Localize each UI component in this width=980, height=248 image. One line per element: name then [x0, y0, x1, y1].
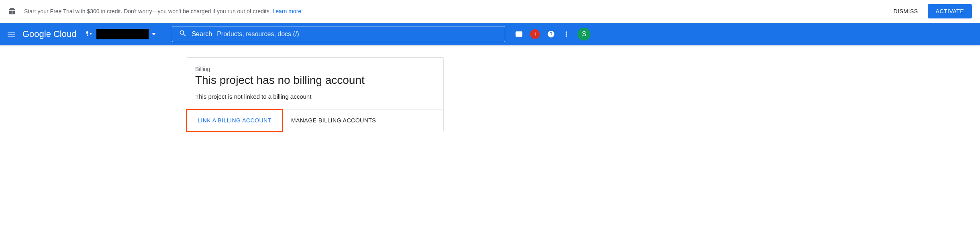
learn-more-link[interactable]: Learn more [273, 8, 302, 15]
more-icon[interactable] [562, 30, 570, 38]
notification-badge[interactable]: 1 [530, 29, 540, 39]
manage-billing-accounts-button[interactable]: MANAGE BILLING ACCOUNTS [283, 110, 384, 131]
logo-google: Google [22, 29, 51, 39]
card-title: This project has no billing account [195, 74, 435, 87]
search-placeholder: Products, resources, docs (/) [217, 30, 299, 38]
card-body: Billing This project has no billing acco… [187, 58, 443, 110]
project-icon [86, 30, 93, 38]
chevron-down-icon [152, 30, 156, 38]
gift-icon [8, 7, 16, 15]
card-description: This project is not linked to a billing … [195, 93, 435, 100]
search-label: Search [192, 30, 212, 38]
project-selector[interactable] [86, 29, 156, 39]
header-actions: 1 S [515, 28, 590, 41]
main-content: Billing This project has no billing acco… [0, 45, 980, 143]
card-actions: LINK A BILLING ACCOUNT MANAGE BILLING AC… [187, 110, 443, 131]
search-icon [179, 29, 187, 39]
dismiss-button[interactable]: DISMISS [887, 5, 925, 18]
promo-text: Start your Free Trial with $300 in credi… [24, 8, 887, 14]
search-bar[interactable]: Search Products, resources, docs (/) [172, 26, 505, 42]
google-cloud-logo[interactable]: Google Cloud [22, 29, 76, 39]
promo-message: Start your Free Trial with $300 in credi… [24, 8, 273, 14]
card-subtitle: Billing [195, 66, 435, 72]
promo-banner: Start your Free Trial with $300 in credi… [0, 0, 980, 23]
project-name-redacted [96, 29, 149, 39]
logo-cloud: Cloud [53, 29, 76, 39]
billing-card: Billing This project has no billing acco… [187, 57, 444, 131]
activate-button[interactable]: ACTIVATE [928, 4, 972, 18]
link-billing-account-button[interactable]: LINK A BILLING ACCOUNT [186, 109, 283, 132]
menu-icon[interactable] [6, 29, 16, 39]
avatar[interactable]: S [578, 28, 590, 41]
header-bar: Google Cloud Search Products, resources,… [0, 23, 980, 45]
cloud-shell-icon[interactable] [515, 30, 523, 38]
help-icon[interactable] [547, 30, 555, 38]
